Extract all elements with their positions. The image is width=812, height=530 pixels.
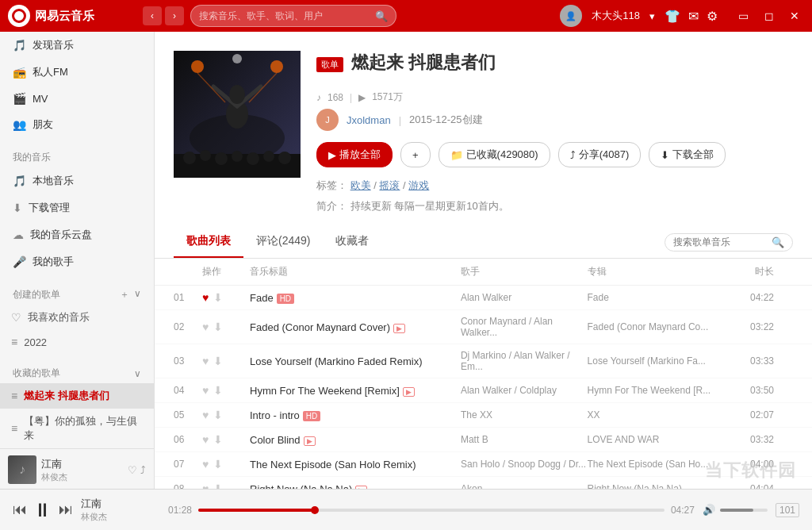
sidebar-playlist-2022[interactable]: ≡ 2022 [0, 330, 154, 354]
settings-icon[interactable]: ⚙ [707, 9, 718, 24]
app-title: 网易云音乐 [35, 9, 94, 24]
play-icon: ▶ [358, 92, 366, 103]
discover-icon: 🎵 [13, 39, 26, 52]
svg-point-14 [200, 150, 211, 161]
tag-yaoguan[interactable]: 摇滚 [379, 179, 400, 191]
svg-point-15 [215, 152, 228, 165]
mail-icon[interactable]: ✉ [688, 9, 699, 24]
song-download-icon[interactable]: ⬇ [213, 409, 223, 421]
sidebar-item-local[interactable]: 🎵 本地音乐 [0, 167, 154, 194]
win-close-button[interactable]: ✕ [785, 8, 804, 24]
logo-icon [8, 5, 30, 27]
song-badge-play: ▶ [403, 387, 415, 397]
section-actions: ＋ ∨ [120, 288, 141, 301]
like-icon[interactable]: ♥ [202, 321, 209, 333]
pause-button[interactable]: ⏸ [33, 499, 52, 521]
song-title: Right Now (Na Na Na)▶ [250, 483, 461, 490]
sidebar-item-friends[interactable]: 👥 朋友 [0, 111, 154, 138]
song-download-icon[interactable]: ⬇ [213, 433, 223, 446]
player-info: 江南 林俊杰 [81, 497, 160, 523]
add-button[interactable]: + [400, 142, 431, 167]
now-playing-share[interactable]: ⤴ [140, 464, 146, 476]
logo-circle [12, 9, 26, 23]
play-count: 1571万 [372, 90, 403, 104]
tab-songlist[interactable]: 歌曲列表 [174, 226, 243, 258]
nav-forward-button[interactable]: › [165, 6, 184, 25]
like-icon[interactable]: ♥ [202, 384, 209, 397]
like-icon[interactable]: ♥ [202, 409, 209, 421]
song-ops: ♥ ⬇ [202, 321, 250, 333]
sidebar-item-fm[interactable]: 📻 私人FM [0, 59, 154, 86]
table-row: 05 ♥ ⬇ Intro - introHD The XX XX 02:07 [155, 403, 812, 428]
cloud-icon: ☁ [13, 229, 24, 241]
tag-youxi[interactable]: 游戏 [408, 179, 429, 191]
player-song-title: 江南 [81, 497, 160, 511]
song-title: FadeHD [250, 292, 461, 304]
player-progress: 01:28 04:27 [168, 505, 695, 516]
collect-button[interactable]: 📁 已收藏(429080) [439, 142, 550, 167]
share-button[interactable]: ⤴ 分享(4087) [558, 142, 642, 167]
playlist-label: 【粤】你的孤独，与生俱来 [24, 414, 143, 443]
song-duration: 02:07 [745, 409, 793, 421]
song-title: The Next Episode (San Holo Remix) [250, 459, 461, 470]
like-icon[interactable]: ♥ [202, 355, 209, 367]
sidebar-playlist-ranlaijitui[interactable]: ≡ 燃起来 抖腿患者们 [0, 383, 154, 409]
like-icon[interactable]: ♥ [202, 291, 209, 304]
app-logo: 网易云音乐 [8, 5, 143, 27]
volume-bar[interactable] [720, 509, 768, 512]
add-label: + [412, 149, 419, 161]
song-download-icon[interactable]: ⬇ [213, 384, 223, 397]
like-icon[interactable]: ♥ [202, 458, 209, 470]
titlebar-right: 👤 木大头118 ▾ 👕 ✉ ⚙ ▭ ◻ ✕ [560, 5, 804, 27]
collapse-icon[interactable]: ∨ [134, 288, 141, 301]
sidebar-item-discover[interactable]: 🎵 发现音乐 [0, 32, 154, 59]
song-download-icon[interactable]: ⬇ [213, 458, 223, 470]
song-duration: 04:22 [745, 292, 793, 303]
song-download-icon[interactable]: ⬇ [213, 321, 223, 333]
sidebar-playlist-liked[interactable]: ♡ 我喜欢的音乐 [0, 305, 154, 330]
win-minimize-button[interactable]: ▭ [733, 8, 753, 24]
sidebar-item-singer[interactable]: 🎤 我的歌手 [0, 248, 154, 275]
add-playlist-button[interactable]: ＋ [120, 288, 129, 301]
sidebar-item-cloud[interactable]: ☁ 我的音乐云盘 [0, 221, 154, 248]
progress-bar[interactable] [198, 509, 665, 512]
download-button[interactable]: ⬇ 下载全部 [649, 142, 726, 167]
song-artist: The XX [461, 409, 588, 421]
sidebar-item-download[interactable]: ⬇ 下载管理 [0, 194, 154, 221]
share-icon: ⤴ [570, 149, 576, 161]
tab-search-input[interactable] [673, 236, 768, 248]
nav-back-button[interactable]: ‹ [143, 6, 162, 25]
svg-point-8 [232, 54, 242, 63]
now-playing-title: 江南 [41, 457, 67, 471]
like-icon[interactable]: ♥ [202, 482, 209, 489]
tag-oumei[interactable]: 欧美 [350, 179, 371, 191]
song-num: 06 [174, 434, 202, 445]
collected-collapse-icon[interactable]: ∨ [134, 368, 141, 379]
tab-collectors[interactable]: 收藏者 [323, 226, 381, 258]
song-download-icon[interactable]: ⬇ [213, 291, 223, 304]
dropdown-icon[interactable]: ▾ [649, 10, 655, 22]
win-restore-button[interactable]: ◻ [760, 8, 779, 24]
tab-comments[interactable]: 评论(2449) [243, 226, 323, 258]
creator-name[interactable]: Jxoldman [347, 114, 391, 126]
like-icon[interactable]: ♥ [202, 433, 209, 446]
song-title: Faded (Conor Maynard Cover)▶ [250, 321, 461, 333]
tab-search[interactable]: 🔍 [665, 233, 793, 252]
song-download-icon[interactable]: ⬇ [213, 482, 223, 489]
now-playing-heart[interactable]: ♡ [128, 464, 137, 476]
sidebar-item-mv[interactable]: 🎬 MV [0, 86, 154, 111]
progress-fill [198, 509, 315, 512]
song-download-icon[interactable]: ⬇ [213, 355, 223, 367]
prev-button[interactable]: ⏮ [13, 501, 27, 518]
volume-fill [720, 509, 753, 512]
search-input[interactable] [199, 10, 375, 21]
song-num: 05 [174, 409, 202, 421]
titlebar-search[interactable]: 🔍 [190, 5, 396, 27]
next-button[interactable]: ⏭ [59, 501, 73, 518]
song-num: 07 [174, 459, 202, 470]
volume-icon[interactable]: 🔊 [703, 504, 715, 516]
download-all-icon: ⬇ [661, 149, 669, 161]
tshirt-icon[interactable]: 👕 [665, 9, 680, 24]
play-all-button[interactable]: ▶ 播放全部 [316, 142, 393, 167]
sidebar-playlist-yue[interactable]: ≡ 【粤】你的孤独，与生俱来 [0, 409, 154, 448]
